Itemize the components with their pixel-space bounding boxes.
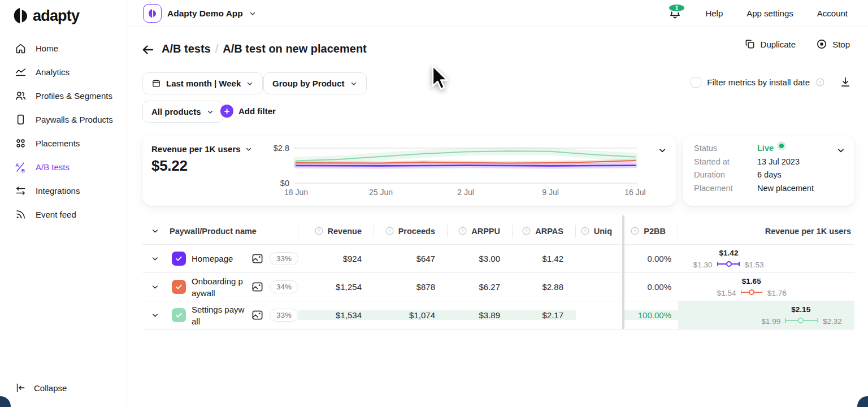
proceeds-cell: $647 — [374, 254, 448, 263]
row-expander-chevron[interactable] — [142, 311, 167, 319]
account-link[interactable]: Account — [817, 8, 848, 18]
table-collapse-all-chevron[interactable] — [142, 227, 167, 235]
proceeds-cell: $878 — [374, 282, 448, 292]
chevron-down-icon — [206, 108, 214, 116]
calendar-icon — [151, 79, 161, 88]
duplicate-button[interactable]: Duplicate — [744, 38, 796, 50]
chevron-down-icon — [350, 80, 358, 88]
range-dot — [726, 261, 732, 267]
help-circle-icon[interactable]: ? — [522, 226, 531, 236]
table-row-settings-paywall[interactable]: Settings paywall33%$1,534$1,074$3.89$2.1… — [142, 301, 854, 330]
help-circle-icon[interactable]: ? — [815, 77, 825, 87]
column-scroll-divider[interactable] — [622, 215, 624, 330]
row-expander-chevron[interactable] — [142, 254, 167, 263]
help-circle-icon[interactable]: ? — [314, 226, 324, 236]
table-row-onboarding-paywall[interactable]: Onboarding paywall34%$1,254$878$6.27$2.8… — [142, 273, 854, 301]
svg-text:A: A — [15, 162, 19, 167]
arppu-cell: $3.89 — [448, 310, 513, 320]
sidebar-item-label: Event feed — [36, 210, 76, 219]
help-link[interactable]: Help — [705, 8, 723, 18]
range-dot — [749, 289, 754, 295]
y-axis-min-label: $0 — [262, 179, 289, 188]
metric-selector[interactable]: Revenue per 1K users — [151, 144, 253, 154]
stop-icon — [816, 38, 827, 50]
row-checkbox[interactable] — [172, 280, 186, 294]
chevron-down-icon — [249, 10, 257, 18]
paywall-name-cell: Onboarding paywall34% — [167, 273, 298, 301]
range-mid-label: $1.42 — [719, 249, 739, 257]
arpas-cell: $2.17 — [513, 310, 576, 320]
row-checkbox[interactable] — [172, 252, 186, 266]
breadcrumb-ab-tests[interactable]: A/B tests — [162, 42, 211, 55]
trend-chart[interactable] — [294, 142, 637, 185]
sidebar-collapse-button[interactable]: Collapse — [15, 382, 67, 393]
stop-button[interactable]: Stop — [816, 38, 850, 50]
help-circle-icon[interactable]: ? — [580, 226, 590, 236]
page-title: A/B test on new placement — [223, 42, 367, 55]
adapty-logo[interactable]: adapty — [12, 7, 79, 25]
rounded-corner-artifact — [857, 396, 868, 407]
revenue-cell: $1,534 — [298, 310, 374, 320]
sidebar-item-paywalls-products[interactable]: Paywalls & Products — [0, 107, 127, 131]
sidebar-item-a-b-tests[interactable]: ABA/B tests — [0, 155, 127, 179]
sidebar: adapty HomeAnalyticsProfiles & SegmentsP… — [0, 0, 127, 407]
paywall-preview-icon[interactable] — [251, 280, 264, 293]
install-date-checkbox[interactable] — [691, 77, 701, 88]
sidebar-item-analytics[interactable]: Analytics — [0, 60, 127, 84]
table-header-row: Paywall/Product name?Revenue?Proceeds?AR… — [142, 218, 854, 245]
paywall-preview-icon[interactable] — [251, 252, 264, 265]
sidebar-item-integrations[interactable]: Integrations — [0, 179, 127, 202]
paywall-name: Homepage — [192, 253, 245, 265]
svg-text:?: ? — [633, 228, 636, 233]
event-feed-icon — [15, 209, 27, 220]
chart-card-collapse-chevron[interactable] — [658, 146, 667, 155]
sidebar-item-home[interactable]: Home — [0, 36, 127, 60]
svg-text:?: ? — [461, 228, 464, 233]
range-mid-label: $2.15 — [791, 305, 810, 314]
paywalls-icon — [15, 114, 27, 125]
app-settings-link[interactable]: App settings — [747, 8, 793, 18]
range-low-label: $1.54 — [717, 289, 736, 297]
column-header-paywall-product-name: Paywall/Product name — [167, 218, 298, 244]
sidebar-item-label: Placements — [36, 138, 80, 148]
chevron-down-icon — [246, 80, 254, 88]
x-tick-label: 2 Jul — [457, 188, 474, 197]
arpas-cell: $1.42 — [513, 254, 576, 263]
sidebar-item-profiles-segments[interactable]: Profiles & Segments — [0, 84, 127, 107]
svg-text:?: ? — [819, 80, 822, 85]
group-by-filter[interactable]: Group by Product — [263, 72, 367, 94]
p2bb-cell: 100.00% — [624, 310, 678, 320]
help-circle-icon[interactable]: ? — [630, 226, 640, 236]
duplicate-icon — [744, 38, 756, 50]
live-dot — [779, 144, 784, 148]
x-tick-label: 9 Jul — [542, 188, 559, 197]
sidebar-item-event-feed[interactable]: Event feed — [0, 202, 127, 226]
help-circle-icon[interactable]: ? — [458, 226, 467, 236]
x-tick-label: 16 Jul — [624, 188, 645, 197]
breadcrumb: A/B tests/A/B test on new placement — [162, 42, 367, 55]
row-checkbox[interactable] — [172, 308, 186, 322]
app-name: Adapty Demo App — [167, 8, 243, 19]
traffic-split-badge: 33% — [270, 252, 298, 265]
date-range-filter[interactable]: Last month | Week — [142, 72, 263, 94]
download-icon[interactable] — [840, 76, 851, 88]
table-row-homepage[interactable]: Homepage33%$924$647$3.00$1.420.00%$1.30$… — [142, 245, 854, 273]
paywall-name-cell: Settings paywall33% — [167, 301, 298, 329]
range-low-label: $1.99 — [761, 317, 780, 326]
status-row-placement: PlacementNew placement — [694, 184, 814, 193]
placements-icon — [15, 137, 27, 149]
notifications-bell[interactable]: 1 — [669, 7, 682, 20]
add-filter-button[interactable]: + Add filter — [220, 105, 276, 118]
range-low-label: $1.30 — [693, 261, 713, 269]
paywall-name: Settings paywall — [192, 304, 245, 327]
status-card-collapse-chevron[interactable] — [836, 146, 845, 155]
status-row-status: StatusLive — [694, 144, 784, 153]
row-expander-chevron[interactable] — [142, 283, 167, 291]
products-filter[interactable]: All products — [142, 101, 223, 123]
sidebar-item-placements[interactable]: Placements — [0, 131, 127, 155]
help-circle-icon[interactable]: ? — [385, 226, 394, 236]
app-selector[interactable]: Adapty Demo App — [143, 4, 257, 23]
svg-text:?: ? — [318, 228, 320, 233]
back-button[interactable] — [141, 43, 155, 57]
paywall-preview-icon[interactable] — [251, 309, 264, 322]
